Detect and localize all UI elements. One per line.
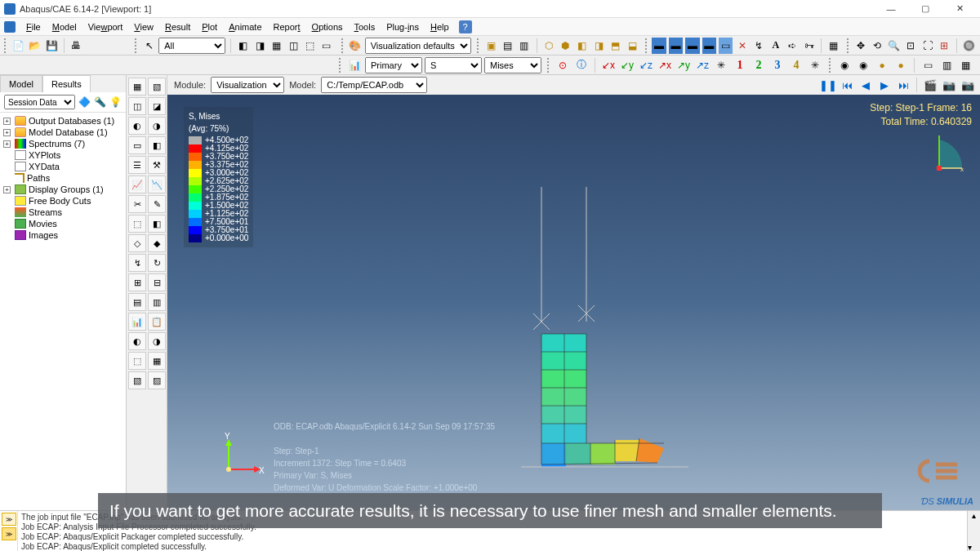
menu-model[interactable]: Model	[47, 20, 82, 33]
tree-item[interactable]: +Display Groups (1)	[2, 184, 124, 195]
menu-plugins[interactable]: Plug-ins	[381, 20, 424, 33]
menu-view[interactable]: View	[129, 20, 158, 33]
iso5[interactable]: ⬒	[608, 38, 622, 54]
print-button[interactable]: 🖶	[69, 38, 83, 54]
persp-icon[interactable]: ▣	[483, 38, 497, 54]
tree-item[interactable]: Paths	[2, 172, 124, 184]
tool-button-11[interactable]: 📉	[148, 176, 166, 193]
sel4[interactable]: ◫	[286, 38, 300, 54]
close-button[interactable]: ✕	[943, 1, 976, 17]
view1-button[interactable]: 1	[732, 57, 748, 73]
model-select[interactable]: C:/Temp/ECAP.odb	[321, 77, 427, 93]
tree-item[interactable]: Streams	[2, 207, 124, 218]
tree-item[interactable]: XYPlots	[2, 149, 124, 161]
var-icon[interactable]: 📊	[346, 57, 363, 73]
iso6[interactable]: ⬓	[625, 38, 639, 54]
csys-last[interactable]: ✳	[807, 57, 823, 73]
last-frame-button[interactable]: ⏭	[895, 77, 911, 93]
session-select[interactable]: Session Data	[4, 95, 75, 109]
csys-z[interactable]: ↙z	[638, 57, 654, 73]
tool-button-4[interactable]: ◐	[128, 117, 146, 135]
tool-button-24[interactable]: 📊	[128, 313, 146, 331]
menu-tools[interactable]: Tools	[350, 20, 381, 33]
iso1[interactable]: ⬡	[541, 38, 555, 54]
csys-x2[interactable]: ↗x	[657, 57, 673, 73]
vw1[interactable]: ▬	[652, 38, 666, 54]
console-scrollbar[interactable]: ▴ ▾	[967, 511, 980, 551]
vw7[interactable]: ↯	[752, 38, 766, 54]
tool-button-0[interactable]: ▦	[128, 78, 146, 96]
menu-report[interactable]: Report	[269, 20, 305, 33]
hidden-icon[interactable]: ▥	[517, 38, 531, 54]
annotate-icon[interactable]: A	[768, 38, 782, 54]
sel2[interactable]: ◨	[253, 38, 267, 54]
vw2[interactable]: ▬	[669, 38, 683, 54]
xtra3[interactable]: ▦	[957, 57, 973, 73]
camera1-icon[interactable]: 📷	[941, 77, 957, 93]
key-icon[interactable]: 🗝	[802, 38, 816, 54]
results-tab[interactable]: Results	[42, 75, 91, 92]
tool-button-15[interactable]: ◧	[148, 215, 166, 233]
tool-button-6[interactable]: ▭	[128, 136, 146, 154]
tool-button-18[interactable]: ↯	[128, 254, 146, 272]
first-frame-button[interactable]: ⏮	[839, 77, 855, 93]
movie-button[interactable]: 🎬	[922, 77, 938, 93]
tool-button-12[interactable]: ✂	[128, 195, 146, 213]
layer4[interactable]: ●	[893, 57, 909, 73]
cursor-icon[interactable]: ➪	[786, 38, 800, 54]
select-filter[interactable]: All	[158, 38, 225, 54]
session-go-icon[interactable]: 🔷	[78, 96, 91, 109]
menu-animate[interactable]: Animate	[224, 20, 266, 33]
sel3[interactable]: ▦	[270, 38, 283, 54]
sel5[interactable]: ⬚	[303, 38, 317, 54]
sel1[interactable]: ◧	[236, 38, 250, 54]
iso4[interactable]: ◨	[592, 38, 606, 54]
model-tab[interactable]: Model	[0, 75, 42, 92]
csys-y[interactable]: ↙y	[619, 57, 635, 73]
session-tip-icon[interactable]: 💡	[109, 96, 122, 109]
camera2-icon[interactable]: 📷	[960, 77, 976, 93]
menu-options[interactable]: Options	[307, 20, 348, 33]
probe-icon[interactable]: ⊙	[555, 57, 571, 73]
fit-icon[interactable]: ⛶	[920, 38, 934, 54]
tool-button-31[interactable]: ▨	[148, 371, 166, 389]
tool-button-3[interactable]: ◪	[148, 97, 166, 115]
view4-button[interactable]: 4	[788, 57, 804, 73]
tool-button-1[interactable]: ▧	[148, 78, 166, 96]
layer2[interactable]: ◉	[855, 57, 871, 73]
console-cmd-icon[interactable]: ≫	[2, 527, 16, 540]
csys-z2[interactable]: ↗z	[694, 57, 710, 73]
tool-button-8[interactable]: ☰	[128, 156, 146, 174]
context-help-icon[interactable]: ?	[459, 20, 472, 33]
viz-defaults-select[interactable]: Visualization defaults	[365, 38, 471, 54]
tool-button-30[interactable]: ▧	[128, 371, 146, 389]
viewport[interactable]: S, Mises (Avg: 75%) +4.500e+02+4.125e+02…	[167, 95, 980, 510]
tool-button-20[interactable]: ⊞	[128, 273, 146, 291]
menu-viewport[interactable]: Viewport	[83, 20, 128, 33]
play-pause-button[interactable]: ❚❚	[820, 77, 836, 93]
menu-plot[interactable]: Plot	[197, 20, 222, 33]
tool-button-27[interactable]: ◑	[148, 332, 166, 350]
variable-name-select[interactable]: S	[425, 57, 482, 73]
component-select[interactable]: Mises	[484, 57, 541, 73]
tool-button-21[interactable]: ⊟	[148, 273, 166, 291]
tool-button-7[interactable]: ◧	[148, 136, 166, 154]
tool-button-14[interactable]: ⬚	[128, 215, 146, 233]
variable-type-select[interactable]: Primary	[365, 57, 422, 73]
tool-button-29[interactable]: ▦	[148, 352, 166, 370]
tool-button-13[interactable]: ✎	[148, 195, 166, 213]
zoombox-icon[interactable]: ⊡	[903, 38, 917, 54]
maximize-button[interactable]: ▢	[909, 1, 942, 17]
results-tree[interactable]: +Output Databases (1)+Model Database (1)…	[0, 113, 126, 510]
next-frame-button[interactable]: ▶	[876, 77, 893, 93]
new-button[interactable]: 📄	[11, 38, 25, 54]
xtra1[interactable]: ▭	[920, 57, 936, 73]
tool-button-10[interactable]: 📈	[128, 176, 146, 193]
tool-button-16[interactable]: ◇	[128, 234, 146, 252]
tool-button-19[interactable]: ↻	[148, 254, 166, 272]
tree-item[interactable]: Images	[2, 229, 124, 241]
csys-all[interactable]: ✳	[713, 57, 729, 73]
iso2[interactable]: ⬢	[559, 38, 572, 54]
tool-button-9[interactable]: ⚒	[148, 156, 166, 174]
minimize-button[interactable]: —	[875, 1, 907, 17]
